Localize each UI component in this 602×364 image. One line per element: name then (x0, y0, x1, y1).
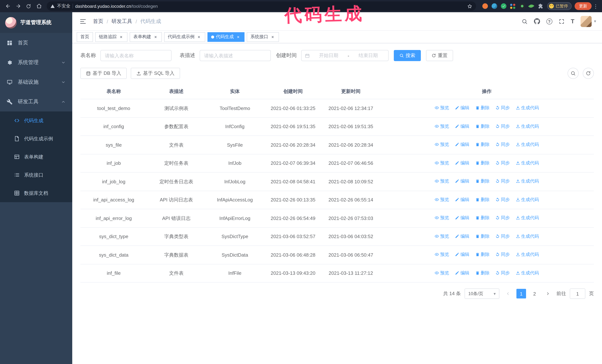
hamburger-icon[interactable] (78, 16, 88, 26)
sync-link[interactable]: 同步 (495, 233, 510, 239)
user-avatar-dropdown[interactable]: ▾ (581, 16, 596, 27)
sync-link[interactable]: 同步 (495, 214, 510, 221)
generate-code-link[interactable]: 生成代码 (516, 123, 539, 129)
extension-dark-icon[interactable] (519, 3, 525, 9)
preview-link[interactable]: 预览 (435, 104, 449, 111)
extension-drop-icon[interactable] (491, 3, 497, 9)
sync-link[interactable]: 同步 (495, 251, 510, 258)
date-range-picker[interactable]: 开始日期 - 结束日期 (301, 50, 389, 61)
delete-link[interactable]: 删除 (475, 251, 490, 258)
goto-page-input[interactable] (570, 289, 585, 299)
close-icon[interactable]: × (196, 34, 202, 40)
generate-code-link[interactable]: 生成代码 (516, 159, 539, 166)
help-icon[interactable]: ? (546, 18, 552, 24)
edit-link[interactable]: 编辑 (455, 214, 469, 221)
close-icon[interactable]: × (236, 34, 241, 40)
preview-link[interactable]: 预览 (435, 214, 449, 221)
extension-people-icon[interactable] (510, 3, 516, 9)
search-button[interactable]: 搜索 (394, 50, 421, 61)
breadcrumb-home[interactable]: 首页 (93, 18, 103, 25)
delete-link[interactable]: 删除 (475, 196, 490, 203)
close-icon[interactable]: × (153, 34, 158, 40)
browser-back-icon[interactable] (3, 1, 13, 11)
browser-update-button[interactable]: 更新 (575, 2, 592, 10)
sidebar-item-system-management[interactable]: 系统管理 (0, 52, 72, 72)
browser-home-icon[interactable] (34, 1, 44, 11)
preview-link[interactable]: 预览 (435, 233, 449, 239)
sync-link[interactable]: 同步 (495, 141, 510, 148)
page-size-select[interactable]: 10条/页 ▾ (464, 289, 499, 299)
prev-page-button[interactable] (503, 289, 513, 299)
generate-code-link[interactable]: 生成代码 (516, 178, 539, 184)
edit-link[interactable]: 编辑 (455, 104, 469, 111)
delete-link[interactable]: 删除 (475, 214, 490, 221)
generate-code-link[interactable]: 生成代码 (516, 104, 539, 111)
sync-link[interactable]: 同步 (495, 159, 510, 166)
extension-check-icon[interactable] (501, 3, 506, 9)
close-icon[interactable]: × (118, 34, 124, 40)
delete-link[interactable]: 删除 (475, 159, 490, 166)
table-desc-input[interactable] (200, 50, 271, 61)
edit-link[interactable]: 编辑 (455, 159, 469, 166)
edit-link[interactable]: 编辑 (455, 269, 469, 276)
security-label[interactable]: 不安全 (57, 3, 70, 9)
bookmark-star-icon[interactable] (467, 3, 472, 9)
refresh-button[interactable] (583, 68, 594, 79)
sidebar-item-codegen[interactable]: 代码生成 (0, 112, 72, 130)
edit-link[interactable]: 编辑 (455, 251, 469, 258)
font-size-icon[interactable]: T (571, 18, 574, 25)
delete-link[interactable]: 删除 (475, 269, 490, 276)
page-number-1[interactable]: 1 (516, 289, 526, 299)
sidebar-item-dev-tools[interactable]: 研发工具 (0, 92, 72, 112)
reset-button[interactable]: 重置 (426, 50, 453, 61)
next-page-button[interactable] (543, 289, 553, 299)
tab-home[interactable]: 首页 (77, 32, 93, 42)
sync-link[interactable]: 同步 (495, 123, 510, 129)
edit-link[interactable]: 编辑 (455, 233, 469, 239)
sidebar-item-db-docs[interactable]: 数据库文档 (0, 184, 72, 202)
sync-link[interactable]: 同步 (495, 269, 510, 276)
browser-forward-icon[interactable] (13, 1, 23, 11)
sidebar-item-system-api[interactable]: 系统接口 (0, 166, 72, 184)
browser-menu-icon[interactable]: ⋮ (592, 3, 599, 9)
generate-code-link[interactable]: 生成代码 (516, 269, 539, 276)
browser-reload-icon[interactable] (24, 1, 33, 11)
sidebar-item-form-builder[interactable]: 表单构建 (0, 148, 72, 166)
tab-tracing[interactable]: 链路追踪× (95, 32, 128, 42)
edit-link[interactable]: 编辑 (455, 141, 469, 148)
address-bar[interactable]: 不安全 dashboard.yudao.iocoder.cn/tool/code… (47, 1, 476, 11)
delete-link[interactable]: 删除 (475, 123, 490, 129)
sync-link[interactable]: 同步 (495, 196, 510, 203)
github-icon[interactable] (534, 18, 540, 24)
delete-link[interactable]: 删除 (475, 178, 490, 184)
delete-link[interactable]: 删除 (475, 104, 490, 111)
breadcrumb-dev-tools[interactable]: 研发工具 (111, 18, 132, 25)
date-start-placeholder[interactable]: 开始日期 (312, 52, 345, 59)
delete-link[interactable]: 删除 (475, 141, 490, 148)
sidebar-item-infrastructure[interactable]: 基础设施 (0, 72, 72, 92)
profile-paused-badge[interactable]: 已暂停 (547, 2, 572, 10)
generate-code-link[interactable]: 生成代码 (516, 141, 539, 148)
sidebar-item-codegen-example[interactable]: 代码生成示例 (0, 130, 72, 148)
edit-link[interactable]: 编辑 (455, 196, 469, 203)
close-icon[interactable]: × (270, 34, 275, 40)
tab-system-api[interactable]: 系统接口× (247, 32, 279, 42)
page-number-2[interactable]: 2 (530, 289, 539, 299)
fullscreen-icon[interactable] (559, 18, 564, 24)
sidebar-logo[interactable]: 芋道管理系统 (0, 12, 72, 33)
extensions-puzzle-icon[interactable] (538, 3, 543, 9)
tab-codegen-example[interactable]: 代码生成示例× (164, 32, 205, 42)
preview-link[interactable]: 预览 (435, 178, 449, 184)
extension-fox-icon[interactable] (482, 3, 488, 9)
generate-code-link[interactable]: 生成代码 (516, 251, 539, 258)
preview-link[interactable]: 预览 (435, 123, 449, 129)
tab-form-builder[interactable]: 表单构建× (130, 32, 162, 42)
generate-code-link[interactable]: 生成代码 (516, 214, 539, 221)
sync-link[interactable]: 同步 (495, 104, 510, 111)
delete-link[interactable]: 删除 (475, 233, 490, 239)
import-db-button[interactable]: 基于 DB 导入 (80, 68, 127, 79)
extension-leaf-icon[interactable] (528, 3, 534, 9)
preview-link[interactable]: 预览 (435, 269, 449, 276)
toggle-search-button[interactable] (568, 68, 579, 79)
generate-code-link[interactable]: 生成代码 (516, 233, 539, 239)
